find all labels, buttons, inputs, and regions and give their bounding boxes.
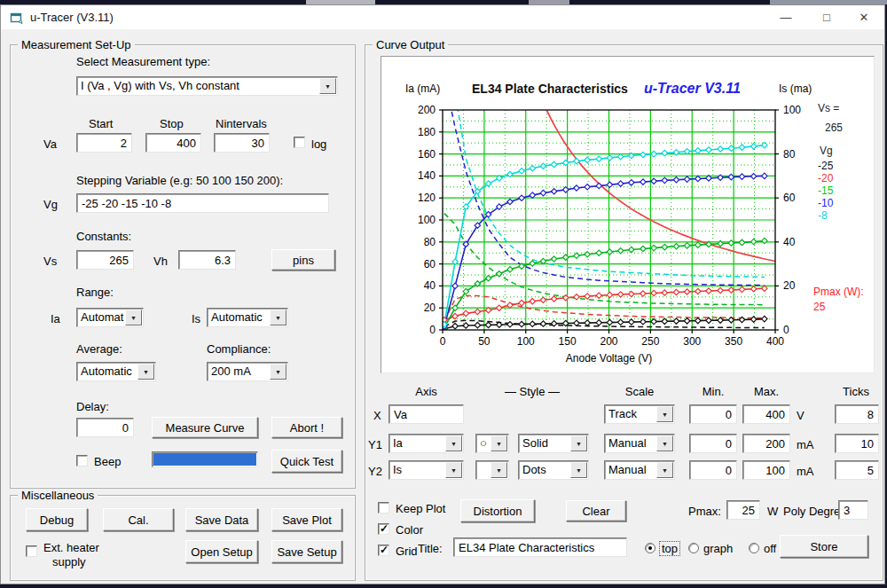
average-combo[interactable]: Automatic ▼ [76, 362, 156, 381]
x-variable-field[interactable] [389, 404, 464, 424]
x-scale-combo[interactable]: Track ▼ [604, 404, 675, 424]
y2-style-combo[interactable]: Dots ▼ [518, 460, 589, 480]
y1-variable-combo[interactable]: Ia ▼ [389, 434, 464, 453]
legend-vs-value: 265 [825, 122, 843, 134]
chevron-down-icon[interactable]: ▼ [491, 435, 507, 451]
abort-button[interactable]: Abort ! [271, 417, 342, 438]
open-setup-button[interactable]: Open Setup [185, 540, 258, 563]
distortion-button[interactable]: Distortion [460, 499, 535, 522]
ext-heater-checkbox[interactable] [26, 545, 37, 557]
chevron-down-icon[interactable]: ▼ [270, 310, 287, 325]
log-checkbox[interactable] [294, 137, 305, 148]
y1-marker-combo[interactable]: ○ ▼ [475, 434, 509, 453]
x-min-field[interactable] [689, 404, 737, 424]
save-data-button[interactable]: Save Data [185, 508, 258, 531]
chevron-down-icon[interactable]: ▼ [656, 462, 673, 478]
maximize-button[interactable]: □ [808, 5, 845, 29]
svg-text:20: 20 [783, 279, 796, 292]
title-position-top-label[interactable]: top [660, 542, 679, 555]
save-plot-button[interactable]: Save Plot [271, 508, 342, 531]
chevron-down-icon[interactable]: ▼ [445, 462, 462, 478]
chevron-down-icon[interactable]: ▼ [656, 406, 673, 422]
y2-max-field[interactable] [742, 460, 790, 480]
y1-min-field[interactable] [689, 434, 737, 453]
va-stop-field[interactable] [145, 133, 201, 153]
title-position-top-radio[interactable] [645, 543, 655, 553]
keep-plot-checkbox[interactable] [378, 502, 389, 514]
chevron-down-icon[interactable]: ▼ [656, 435, 673, 451]
title-position-graph-radio[interactable] [688, 543, 699, 553]
chevron-down-icon[interactable]: ▼ [570, 462, 587, 478]
debug-button[interactable]: Debug [26, 508, 88, 531]
curve-is-vg--20 [444, 296, 765, 322]
y1-style-combo[interactable]: Solid ▼ [518, 434, 589, 453]
minimize-button[interactable]: — [767, 5, 805, 29]
title-position-off-label[interactable]: off [764, 542, 776, 555]
chevron-down-icon[interactable]: ▼ [270, 364, 287, 380]
y2-ticks-field[interactable] [835, 460, 879, 480]
chevron-down-icon[interactable]: ▼ [125, 310, 142, 325]
clear-button[interactable]: Clear [566, 500, 626, 521]
quick-test-button[interactable]: Quick Test [271, 450, 342, 473]
delay-field[interactable] [76, 418, 134, 437]
stop-column-label: Stop [160, 117, 184, 130]
beep-checkbox[interactable] [76, 455, 88, 466]
plot-title-field[interactable] [453, 537, 627, 557]
progress-fill [153, 453, 256, 466]
va-start-field[interactable] [76, 133, 132, 153]
va-nintervals-field[interactable] [214, 133, 270, 153]
y2-variable-combo[interactable]: Is ▼ [389, 460, 464, 480]
chevron-down-icon[interactable]: ▼ [137, 364, 154, 380]
svg-text:100: 100 [517, 335, 535, 348]
x-max-field[interactable] [742, 404, 790, 424]
style-header: — Style — [475, 385, 589, 398]
compliance-combo[interactable]: 200 mA ▼ [207, 362, 288, 381]
store-button[interactable]: Store [780, 535, 868, 558]
chevron-down-icon[interactable]: ▼ [570, 435, 587, 451]
poly-degree-field[interactable] [838, 500, 868, 520]
svg-text:0: 0 [429, 324, 436, 336]
legend-pmax-value: 25 [813, 301, 826, 313]
vh-field[interactable] [178, 250, 236, 270]
ext-heater-label-line1: Ext. heater [43, 541, 99, 554]
cal-button[interactable]: Cal. [103, 508, 174, 531]
close-button[interactable]: ✕ [845, 5, 883, 29]
chevron-down-icon[interactable]: ▼ [319, 78, 336, 94]
legend-vg-entry: -25 [818, 160, 834, 172]
y1-max-field[interactable] [742, 434, 790, 453]
vs-field[interactable] [76, 250, 134, 270]
vg-label: Vg [43, 198, 58, 211]
y2-min-field[interactable] [689, 460, 737, 480]
compliance-label: Compliance: [207, 342, 271, 356]
grid-label: Grid [396, 545, 418, 558]
y2-marker-combo[interactable]: ▼ [475, 460, 509, 480]
chevron-down-icon[interactable]: ▼ [445, 435, 462, 451]
ia-range-combo[interactable]: Automatic ▼ [76, 308, 144, 327]
x-ticks-field[interactable] [835, 404, 879, 424]
start-column-label: Start [89, 117, 113, 130]
y1-scale-combo[interactable]: Manual ▼ [604, 434, 675, 453]
color-checkbox[interactable] [378, 523, 389, 535]
y1-axis-title: Ia (mA) [405, 82, 440, 95]
measurement-type-combo[interactable]: I (Va , Vg) with Vs, Vh constant ▼ [76, 76, 338, 96]
y1-ticks-field[interactable] [835, 434, 879, 453]
measure-curve-button[interactable]: Measure Curve [152, 417, 258, 438]
range-label: Range: [76, 286, 114, 299]
title-position-off-radio[interactable] [749, 543, 759, 553]
svg-text:100: 100 [783, 104, 801, 116]
save-setup-button[interactable]: Save Setup [271, 540, 342, 563]
keep-plot-label: Keep Plot [396, 502, 445, 515]
title-position-graph-label[interactable]: graph [703, 542, 733, 555]
chevron-down-icon[interactable]: ▼ [491, 462, 507, 478]
miscellaneous-group-label: Miscellaneous [18, 489, 98, 502]
pins-button[interactable]: pins [271, 249, 335, 270]
vg-stepping-field[interactable] [76, 193, 329, 213]
ia-range-value: Automatic [77, 309, 124, 326]
y1-axis-row-label: Y1 [368, 438, 382, 451]
y2-scale-combo[interactable]: Manual ▼ [604, 460, 675, 480]
is-range-combo[interactable]: Automatic ▼ [207, 308, 288, 327]
pmax-unit-label: W [767, 505, 778, 518]
pmax-field[interactable] [726, 500, 760, 520]
grid-checkbox[interactable] [378, 545, 389, 556]
max-header: Max. [742, 385, 790, 398]
